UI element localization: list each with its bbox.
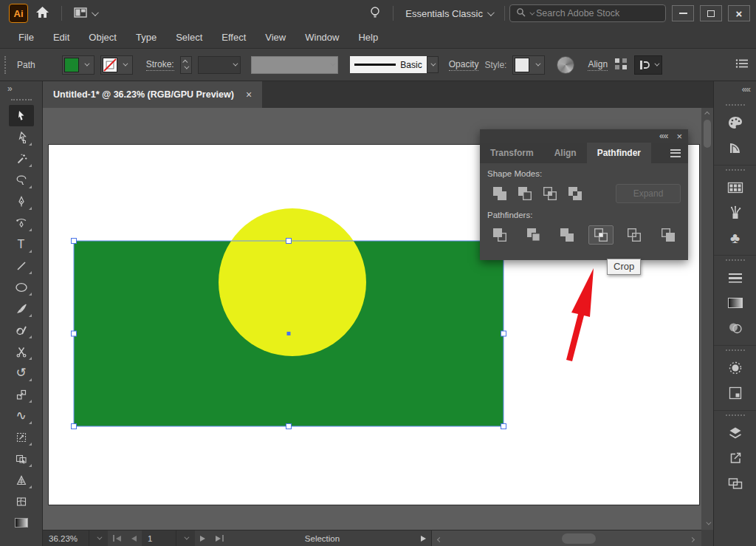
maximize-button[interactable] [700, 5, 722, 21]
stroke-panel-button[interactable] [722, 265, 749, 290]
width-tool[interactable]: ∿ [9, 405, 34, 426]
brush-definition-control[interactable]: Basic [350, 56, 439, 73]
scissors-tool[interactable] [9, 341, 34, 362]
last-artboard-button[interactable] [210, 535, 229, 542]
shaper-tool[interactable] [9, 319, 34, 341]
color-panel-button[interactable] [722, 110, 749, 135]
brush-preview[interactable]: Basic [350, 56, 427, 73]
first-artboard-button[interactable] [108, 535, 126, 542]
minus-front-button[interactable] [512, 184, 537, 203]
style-swatch[interactable] [515, 58, 529, 72]
menu-edit[interactable]: Edit [44, 32, 79, 43]
search-scope-chevron-icon[interactable] [529, 10, 535, 15]
search-input[interactable] [536, 8, 659, 18]
menu-view[interactable]: View [255, 32, 295, 43]
collapse-panels-button[interactable]: «« [714, 81, 756, 100]
ellipse-tool[interactable] [9, 276, 34, 298]
exclude-button[interactable] [563, 184, 588, 203]
intersect-button[interactable] [537, 184, 563, 203]
selection-handle[interactable] [286, 424, 292, 429]
divide-button[interactable] [487, 225, 512, 245]
mesh-tool[interactable] [9, 491, 34, 512]
direct-selection-tool[interactable] [9, 126, 34, 148]
next-artboard-button[interactable] [195, 536, 210, 542]
menu-file[interactable]: File [9, 32, 44, 43]
collapse-panel-icon[interactable]: «« [659, 131, 667, 141]
align-label[interactable]: Align [588, 59, 608, 71]
scroll-down-icon[interactable] [706, 518, 709, 528]
magic-wand-tool[interactable] [9, 148, 34, 169]
tab-pathfinder[interactable]: Pathfinder [587, 143, 651, 163]
gradient-tool[interactable] [9, 512, 34, 533]
artboard-number-field[interactable]: 1 [142, 530, 176, 546]
lasso-tool[interactable] [9, 169, 34, 191]
zoom-dropdown-button[interactable] [89, 530, 108, 546]
fill-color-control[interactable] [62, 55, 94, 75]
close-panel-icon[interactable]: × [676, 131, 682, 142]
menu-type[interactable]: Type [126, 32, 166, 43]
selection-handle[interactable] [286, 239, 292, 244]
arrange-documents-button[interactable] [66, 3, 104, 24]
appearance-panel-button[interactable] [722, 355, 749, 381]
perspective-grid-tool[interactable] [9, 469, 34, 491]
selection-handle[interactable] [72, 239, 77, 244]
panel-menu-icon[interactable] [670, 143, 688, 163]
chevron-down-icon[interactable] [123, 61, 128, 66]
stepper-down-icon[interactable] [185, 64, 190, 69]
vertical-scrollbar[interactable] [701, 108, 713, 530]
stroke-swatch-none[interactable] [103, 58, 117, 72]
artboards-panel-button[interactable] [722, 471, 749, 496]
type-tool[interactable]: T [9, 233, 34, 255]
stroke-color-control[interactable] [100, 55, 133, 75]
workspace-switcher[interactable]: Essentials Classic [398, 3, 500, 24]
menu-object[interactable]: Object [79, 32, 126, 43]
chevron-down-icon[interactable] [535, 61, 540, 66]
fill-swatch[interactable] [64, 58, 79, 72]
selection-handle[interactable] [501, 331, 506, 336]
align-objects-icon[interactable] [614, 57, 628, 72]
selection-tool[interactable] [9, 105, 34, 126]
trim-button[interactable] [521, 225, 546, 245]
more-options-icon[interactable] [735, 58, 749, 71]
minimize-button[interactable] [672, 5, 694, 21]
line-segment-tool[interactable] [9, 255, 34, 276]
scale-tool[interactable] [9, 383, 34, 405]
menu-help[interactable]: Help [348, 32, 388, 43]
tab-align[interactable]: Align [544, 143, 587, 163]
gradient-panel-button[interactable] [722, 290, 749, 315]
brush-dropdown-button[interactable] [427, 56, 439, 73]
artboard-dropdown-button[interactable] [176, 530, 195, 546]
close-button[interactable]: × [728, 5, 750, 21]
shape-builder-tool[interactable] [9, 448, 34, 469]
symbols-panel-button[interactable]: ♣ [722, 225, 749, 250]
zoom-level-field[interactable]: 36.23% [43, 530, 89, 546]
outline-button[interactable] [622, 225, 647, 245]
opacity-label[interactable]: Opacity [449, 59, 479, 71]
previous-artboard-button[interactable] [126, 536, 142, 542]
stroke-weight-stepper[interactable] [180, 56, 192, 74]
menu-window[interactable]: Window [295, 32, 348, 43]
discover-button[interactable] [362, 3, 388, 24]
vertical-scroll-thumb[interactable] [704, 120, 711, 148]
pen-tool[interactable] [9, 191, 34, 212]
crop-button[interactable] [588, 225, 614, 245]
selection-handle[interactable] [72, 424, 77, 429]
layers-panel-button[interactable] [722, 420, 749, 446]
color-guide-panel-button[interactable] [722, 135, 749, 160]
chevron-down-icon[interactable] [85, 61, 90, 66]
style-control[interactable] [512, 55, 545, 75]
menu-select[interactable]: Select [166, 32, 212, 43]
swatches-panel-button[interactable] [722, 175, 749, 200]
document-tab[interactable]: Untitled-1* @ 36.23% (RGB/GPU Preview) × [43, 81, 262, 108]
minus-back-button[interactable] [656, 225, 681, 245]
selection-handle[interactable] [72, 331, 77, 336]
transparency-panel-button[interactable] [722, 315, 749, 341]
horizontal-scrollbar[interactable] [431, 530, 701, 546]
unite-button[interactable] [487, 184, 512, 203]
toolbar-expander[interactable]: » [0, 81, 42, 98]
brushes-panel-button[interactable] [722, 200, 749, 225]
recolor-artwork-icon[interactable] [557, 56, 574, 74]
graphic-styles-panel-button[interactable] [722, 381, 749, 406]
search-adobe-stock[interactable] [509, 4, 666, 22]
horizontal-scroll-thumb[interactable] [562, 533, 596, 544]
